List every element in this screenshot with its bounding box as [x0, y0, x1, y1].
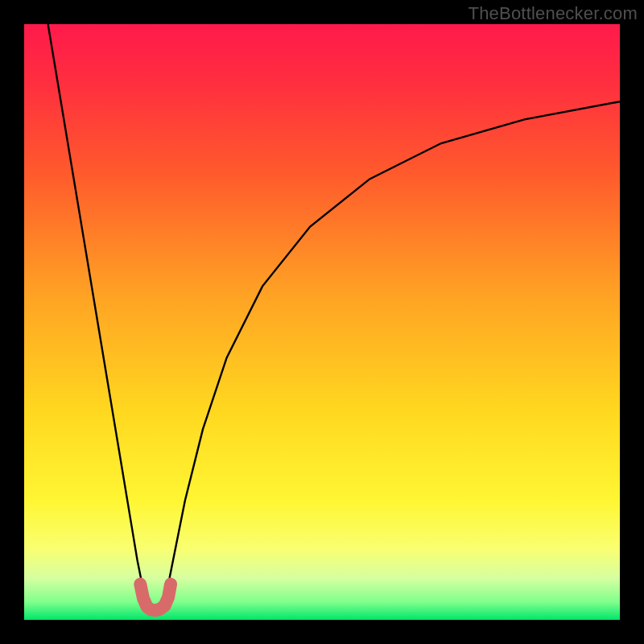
chart-frame: TheBottlenecker.com [0, 0, 644, 644]
plot-area [24, 24, 620, 620]
plot-svg [24, 24, 620, 620]
watermark-text: TheBottlenecker.com [469, 3, 638, 24]
gradient-background [24, 24, 620, 620]
